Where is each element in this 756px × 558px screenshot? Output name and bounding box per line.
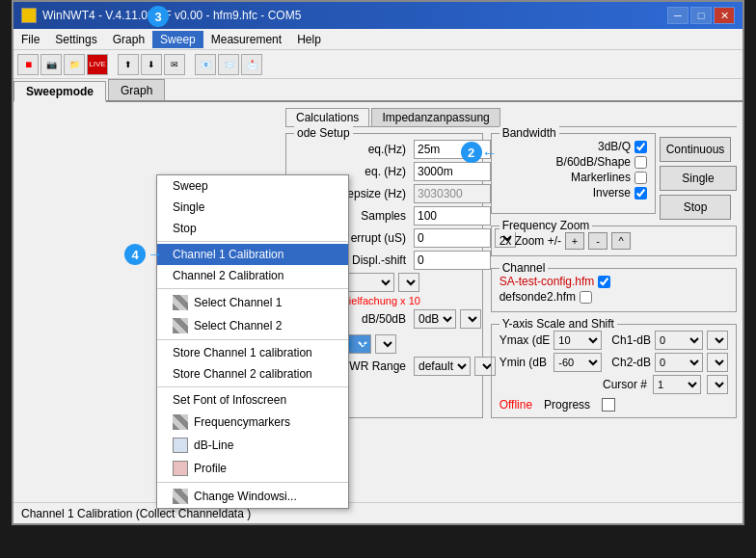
atten-select[interactable]: 0dB — [414, 309, 456, 329]
dropdown-profile[interactable]: Profile — [157, 457, 348, 480]
ch2-line: defsonde2.hfm — [500, 290, 728, 304]
envelope2-icon[interactable]: 📨 — [218, 54, 239, 75]
swr-range-select[interactable]: default — [414, 357, 471, 376]
main-content: Sweep Single Stop 4 → Channel 1 Calibrat… — [14, 102, 742, 522]
menu-help[interactable]: Help — [289, 31, 329, 48]
bw-60db-check[interactable] — [634, 156, 647, 169]
ch2-checkbox[interactable] — [580, 291, 592, 304]
step4-arrow: → — [148, 246, 163, 263]
freq-zoom-label: Frequency Zoom — [500, 219, 593, 232]
freq-stop-input[interactable] — [414, 162, 491, 181]
bw-markers-label: Markerlines — [571, 171, 631, 184]
close-button[interactable]: ✕ — [714, 7, 735, 24]
bw-markers-row: Markerlines — [500, 171, 647, 184]
profile-icon — [173, 461, 188, 476]
envelope1-icon[interactable]: 📧 — [195, 54, 216, 75]
dbline-icon — [173, 438, 188, 453]
stop-icon[interactable]: ⏹ — [17, 54, 39, 75]
dropdown-store-ch2[interactable]: Store Channel 2 calibration — [157, 363, 348, 385]
progress-box — [602, 398, 615, 412]
dropdown-single[interactable]: Single — [157, 197, 348, 218]
ch1-checkbox[interactable] — [598, 276, 610, 288]
display-select2[interactable] — [398, 273, 419, 292]
ch2-name: defsonde2.hfm — [500, 290, 576, 304]
dropdown-freqmarkers[interactable]: Frequencymarkers — [157, 411, 348, 434]
y-axis-label: Y-axis Scale and Shift — [500, 317, 617, 331]
swr-select2[interactable] — [375, 334, 396, 354]
ymin-label: Ymin (dB — [500, 356, 551, 369]
zoom-minus-button[interactable]: - — [588, 232, 608, 250]
envelope3-icon[interactable]: 📩 — [241, 54, 262, 75]
step-2-badge: 2 — [461, 142, 482, 163]
menu-graph[interactable]: Graph — [105, 31, 152, 48]
offline-label: Offline — [500, 398, 532, 412]
freq-start-row: eq.(Hz) — [294, 140, 474, 159]
step-4-badge: 4 — [124, 244, 146, 265]
zoom-label: 2x Zoom +/- — [500, 234, 561, 248]
zoom-plus-button[interactable]: + — [565, 232, 584, 250]
mail-icon[interactable]: ✉ — [164, 54, 185, 75]
bw-3db-check[interactable] — [634, 141, 647, 153]
stop-button[interactable]: Stop — [660, 195, 731, 220]
download-icon[interactable]: ⬇ — [141, 54, 162, 75]
continuous-button[interactable]: Continuous — [660, 137, 731, 162]
ch1db-select[interactable]: 0 — [655, 331, 703, 350]
bw-markers-check[interactable] — [634, 172, 647, 184]
dropdown-select-ch2[interactable]: Select Channel 2 — [157, 314, 348, 337]
tab-calculations[interactable]: Calculations — [285, 108, 369, 126]
cursor-select2[interactable] — [707, 375, 728, 394]
stepsize-input[interactable] — [414, 184, 491, 203]
camera-icon[interactable]: 📷 — [40, 54, 62, 75]
dropdown-dbline[interactable]: dB-Line — [157, 434, 348, 457]
dropdown-sep4 — [157, 386, 348, 387]
dropdown-stop[interactable]: Stop — [157, 218, 348, 239]
setup-bw-row: ode Setup eq.(Hz) eq. (Hz) epsize (Hz) — [285, 133, 737, 424]
tab-graph[interactable]: Graph — [108, 79, 165, 100]
ch2db-select[interactable]: 0 — [655, 353, 703, 372]
bw-3db-row: 3dB/Q — [500, 140, 647, 153]
menu-settings[interactable]: Settings — [47, 31, 104, 48]
step1-arrow: ← — [359, 335, 374, 353]
ymin-select[interactable]: -60 — [554, 353, 602, 372]
menu-measurement[interactable]: Measurement — [203, 31, 289, 48]
app-icon — [21, 8, 37, 23]
bw-buttons-row: Bandwidth 2 ← 3dB/Q B/60dB/Shape — [491, 133, 737, 220]
ch1-name: SA-test-config.hfm — [500, 275, 595, 288]
dropdown-font[interactable]: Set Font of Infoscreen — [157, 389, 348, 411]
bw-60db-row: B/60dB/Shape — [500, 155, 647, 169]
minimize-button[interactable]: ─ — [667, 7, 688, 24]
channel-section: Channel SA-test-config.hfm defsonde2.hfm — [491, 268, 737, 312]
dropdown-sep1 — [157, 241, 348, 242]
upload-icon[interactable]: ⬆ — [118, 54, 139, 75]
bw-inverse-check[interactable] — [634, 187, 647, 199]
maximize-button[interactable]: □ — [690, 7, 712, 24]
folder-icon[interactable]: 📁 — [64, 54, 85, 75]
live-icon[interactable]: LIVE — [87, 54, 108, 75]
zoom-up-button[interactable]: ^ — [611, 232, 631, 250]
dropdown-select-ch1[interactable]: Select Channel 1 — [157, 291, 348, 314]
bw-inverse-row: Inverse — [500, 186, 647, 199]
step2-arrow: ← — [482, 145, 498, 162]
tab-sweepmode[interactable]: Sweepmode — [14, 81, 106, 102]
samples-input[interactable] — [414, 206, 491, 226]
single-button[interactable]: Single — [660, 166, 737, 191]
tab-impedanz[interactable]: Impedanzanpassung — [371, 108, 500, 126]
dropdown-ch2-cal[interactable]: Channel 2 Calibration — [157, 265, 348, 286]
dropdown-store-ch1[interactable]: Store Channel 1 calibration — [157, 342, 348, 363]
menu-sweep[interactable]: Sweep — [152, 31, 203, 48]
freq-start-label: eq.(Hz) — [294, 143, 410, 156]
ch1db-select2[interactable] — [707, 331, 728, 350]
ymax-select[interactable]: 10 — [554, 331, 602, 350]
displ-shift-input[interactable] — [414, 251, 491, 270]
y-axis-section: Y-axis Scale and Shift Ymax (dE 10 Ch1-d… — [491, 324, 737, 418]
dropdown-sweep[interactable]: Sweep — [157, 175, 348, 197]
ch2db-select2[interactable] — [707, 353, 728, 372]
cursor-select[interactable]: 1 — [653, 375, 701, 394]
dropdown-change-window[interactable]: Change Windowsi... — [157, 485, 348, 508]
status-bar: Channel 1 Calibration (Collect Channelda… — [14, 502, 742, 523]
bw-60db-label: B/60dB/Shape — [556, 155, 631, 169]
interrupt-input[interactable] — [414, 228, 491, 248]
dropdown-ch1-cal[interactable]: 4 → Channel 1 Calibration — [157, 244, 348, 265]
atten-select2[interactable] — [460, 309, 481, 329]
menu-file[interactable]: File — [14, 31, 47, 48]
